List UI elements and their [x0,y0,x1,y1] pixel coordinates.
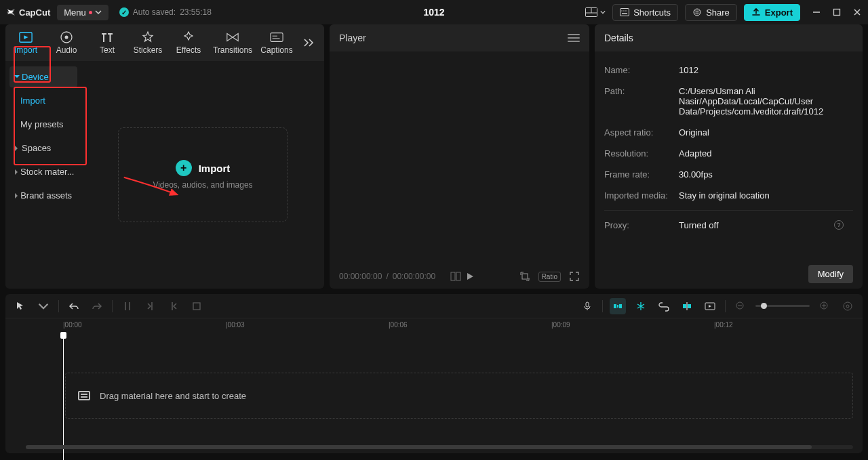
autosave-time: 23:55:18 [180,7,212,17]
text-icon [100,30,114,44]
ribbon-stickers[interactable]: Stickers [127,24,168,61]
ribbon-audio[interactable]: Audio [46,24,87,61]
ribbon-text[interactable]: Text [87,24,127,61]
snap-marker-button[interactable] [679,298,695,314]
import-dropzone[interactable]: + Import Videos, audios, and images [118,127,288,222]
import-source-list: Device Import My presets Spaces Stock ma… [5,61,81,289]
plus-icon: + [176,160,192,176]
share-icon [692,7,702,17]
ribbon-captions[interactable]: Captions [256,24,297,61]
svg-rect-7 [622,13,627,14]
pointer-tool[interactable] [12,298,28,314]
svg-rect-25 [683,304,686,308]
svg-rect-23 [619,304,622,308]
zoom-in-button[interactable] [816,298,833,314]
magnet-main-button[interactable] [610,298,626,314]
sidebar-item-device[interactable]: Device [9,66,77,87]
minimize-button[interactable] [811,7,822,18]
share-button[interactable]: Share [685,4,737,21]
playhead[interactable] [63,333,64,460]
compare-icon[interactable] [450,272,461,281]
fullscreen-icon[interactable] [569,271,580,282]
double-chevron-right-icon [303,38,315,47]
filmstrip-icon [78,391,90,400]
detail-key: Frame rate: [604,169,679,180]
ribbon-scroll-right[interactable] [300,38,319,47]
sidebar-item-import[interactable]: Import [9,90,77,111]
shortcuts-button[interactable]: Shortcuts [612,4,678,21]
ribbon-effects[interactable]: Effects [168,24,209,61]
timeline-drop-hint[interactable]: Drag material here and start to create [65,373,853,419]
help-icon[interactable]: ? [834,220,844,230]
ribbon-import[interactable]: Import [5,24,46,61]
ratio-button[interactable]: Ratio [538,272,561,282]
detail-value: Stay in original location [679,190,853,201]
undo-button[interactable] [66,298,82,314]
svg-rect-26 [688,304,691,308]
zoom-slider[interactable] [755,305,810,307]
caret-right-icon [15,193,18,198]
sidebar-item-stock[interactable]: Stock mater... [9,161,77,182]
detail-value: C:/Users/Usman Ali Nasir/AppData/Local/C… [679,86,853,117]
dropzone-subtitle: Videos, audios, and images [153,180,252,190]
detail-key: Aspect ratio: [604,127,679,138]
pointer-dropdown[interactable] [35,298,52,314]
zoom-out-button[interactable] [732,298,749,314]
ruler-tick: |00:00 [63,321,82,329]
layout-icon [585,7,597,17]
redo-button[interactable] [89,298,105,314]
scale-icon[interactable] [519,271,530,282]
mic-button[interactable] [579,298,595,314]
project-title: 1012 [423,7,444,18]
player-header: Player [330,24,589,51]
timeline-tracks[interactable]: Drag material here and start to create [5,333,863,453]
sidebar-item-label: Stock mater... [20,167,74,177]
transitions-icon [226,30,239,44]
zoom-fit-button[interactable] [840,298,856,314]
ribbon-transitions[interactable]: Transitions [209,24,256,61]
details-header: Details [595,24,863,51]
magnet-auto-button[interactable] [633,298,649,314]
link-button[interactable] [656,298,672,314]
modify-button[interactable]: Modify [808,265,853,283]
preview-render-button[interactable] [702,298,718,314]
time-total: 00:00:00:00 [393,272,435,281]
maximize-button[interactable] [831,7,842,18]
split-tool[interactable] [119,298,136,314]
zoom-slider-knob[interactable] [761,303,767,309]
timeline-ruler[interactable]: |00:00|00:03|00:06|00:09|00:12 [5,318,863,333]
scrollbar-thumb[interactable] [26,445,812,449]
svg-point-6 [626,10,627,11]
capcut-icon [5,7,16,18]
sidebar-item-label: Brand assets [20,190,72,201]
menu-dot-icon [89,11,92,14]
sidebar-item-label: Spaces [22,143,51,153]
trim-left-tool[interactable] [142,298,159,314]
stickers-icon [141,30,155,44]
layout-button[interactable] [585,7,606,17]
detail-value: Adapted [679,148,853,159]
sidebar-item-spaces[interactable]: Spaces [9,138,77,159]
sidebar-item-brand[interactable]: Brand assets [9,185,77,206]
player-menu-button[interactable] [568,34,580,42]
caret-right-icon [15,146,19,151]
app-logo: CapCut [5,7,50,18]
svg-rect-14 [271,33,283,42]
delete-tool[interactable] [189,298,205,314]
close-button[interactable] [852,7,863,18]
detail-value: 30.00fps [679,169,853,180]
trim-right-tool[interactable] [165,298,182,314]
timeline-scrollbar[interactable] [26,445,853,449]
player-viewport[interactable] [330,51,589,264]
time-sep: / [386,272,388,281]
chevron-down-icon [600,9,606,15]
svg-point-35 [846,305,849,308]
export-button[interactable]: Export [744,4,800,21]
menu-button[interactable]: Menu [57,5,108,20]
play-button[interactable] [465,272,475,281]
svg-rect-22 [614,304,616,308]
sidebar-item-presets[interactable]: My presets [9,114,77,135]
ribbon-label: Effects [176,45,201,55]
detail-value: 1012 [679,65,853,75]
effects-icon [182,30,195,44]
